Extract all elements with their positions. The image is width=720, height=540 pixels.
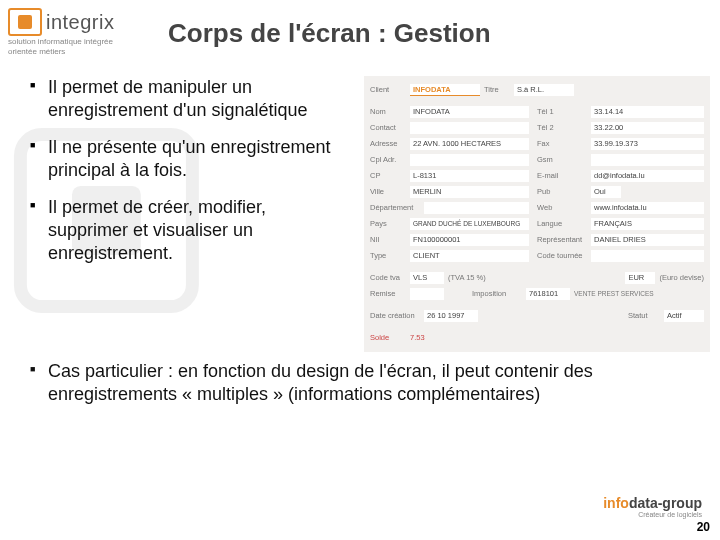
field-label: Fax xyxy=(537,139,587,148)
field-value: L-8131 xyxy=(410,170,529,182)
logo-subtitle-2: orientée métiers xyxy=(8,47,65,56)
bottom-bullet-block: Cas particulier : en fonction du design … xyxy=(0,352,720,407)
field-label: Titre xyxy=(484,85,510,94)
bullet-item: Il ne présente qu'un enregistrement prin… xyxy=(30,136,350,182)
field-value: INFODATA xyxy=(410,84,480,96)
field-label: Nom xyxy=(370,107,406,116)
field-value: 22 AVN. 1000 HECTARES xyxy=(410,138,529,150)
field-value xyxy=(591,154,704,166)
field-value: Actif xyxy=(664,310,704,322)
page-number: 20 xyxy=(697,520,710,534)
field-note: VENTE PREST SERVICES xyxy=(574,290,654,297)
footer-logo: infodata-group Créateur de logiciels xyxy=(603,495,702,518)
field-label: Type xyxy=(370,251,406,260)
field-value: 26 10 1997 xyxy=(424,310,478,322)
field-label: Pays xyxy=(370,219,406,228)
field-value xyxy=(410,288,444,300)
field-label: Adresse xyxy=(370,139,406,148)
logo-subtitle-1: solution informatique intégrée xyxy=(8,38,113,47)
field-value: INFODATA xyxy=(410,106,529,118)
field-value: FN100000001 xyxy=(410,234,529,246)
logo-text: integrix xyxy=(46,11,114,34)
bullet-item: Il permet de créer, modifier, supprimer … xyxy=(30,196,350,265)
field-label: Langue xyxy=(537,219,587,228)
field-value: 33.22.00 xyxy=(591,122,704,134)
field-note: (TVA 15 %) xyxy=(448,273,494,282)
field-label: Web xyxy=(537,203,587,212)
field-value: 33.14.14 xyxy=(591,106,704,118)
field-value: S.à R.L. xyxy=(514,84,574,96)
field-label: Cpl Adr. xyxy=(370,155,406,164)
field-value: 7618101 xyxy=(526,288,570,300)
field-label: Client xyxy=(370,85,406,94)
field-label: Ville xyxy=(370,187,406,196)
field-label: Représentant xyxy=(537,235,587,244)
field-label: CP xyxy=(370,171,406,180)
field-value: CLIENT xyxy=(410,250,529,262)
field-value xyxy=(591,250,704,262)
field-label: Contact xyxy=(370,123,406,132)
field-label: Code tva xyxy=(370,273,406,282)
field-value xyxy=(410,154,529,166)
field-label: Code tournée xyxy=(537,251,587,260)
bullet-item: Cas particulier : en fonction du design … xyxy=(30,360,700,407)
footer-brand-info: info xyxy=(603,495,629,511)
integrix-logo: integrix solution informatique intégrée … xyxy=(8,8,156,56)
form-screenshot: Client INFODATA Titre S.à R.L. NomINFODA… xyxy=(364,76,710,352)
field-value: EUR xyxy=(625,272,655,284)
slide-title: Corps de l'écran : Gestion xyxy=(156,8,491,49)
field-note: (Euro devise) xyxy=(659,273,704,282)
field-label: Solde xyxy=(370,333,406,342)
field-value xyxy=(410,122,529,134)
field-label: Imposition xyxy=(472,289,522,298)
field-value: Oui xyxy=(591,186,621,198)
field-label: Statut xyxy=(628,311,660,320)
field-value: dd@infodata.lu xyxy=(591,170,704,182)
field-value: 7.53 xyxy=(410,333,425,342)
field-value: GRAND DUCHÉ DE LUXEMBOURG xyxy=(410,218,529,230)
field-label: Pub xyxy=(537,187,587,196)
field-value: FRANÇAIS xyxy=(591,218,704,230)
slide-header: integrix solution informatique intégrée … xyxy=(0,0,720,56)
field-label: NII xyxy=(370,235,406,244)
footer-brand-sub: Créateur de logiciels xyxy=(603,511,702,518)
footer-brand-group: -group xyxy=(658,495,702,511)
field-value xyxy=(424,202,529,214)
field-label: E-mail xyxy=(537,171,587,180)
footer-brand-data: data xyxy=(629,495,658,511)
field-label: Département xyxy=(370,203,420,212)
field-value: DANIEL DRIES xyxy=(591,234,704,246)
field-value: 33.99.19.373 xyxy=(591,138,704,150)
field-label: Tél 2 xyxy=(537,123,587,132)
field-label: Tél 1 xyxy=(537,107,587,116)
field-value: VLS xyxy=(410,272,444,284)
bullet-list: Il permet de manipuler un enregistrement… xyxy=(30,76,350,352)
field-label: Date création xyxy=(370,311,420,320)
field-value: MERLIN xyxy=(410,186,529,198)
field-value: www.infodata.lu xyxy=(591,202,704,214)
field-label: Gsm xyxy=(537,155,587,164)
logo-icon xyxy=(8,8,42,36)
bullet-item: Il permet de manipuler un enregistrement… xyxy=(30,76,350,122)
field-label: Remise xyxy=(370,289,406,298)
